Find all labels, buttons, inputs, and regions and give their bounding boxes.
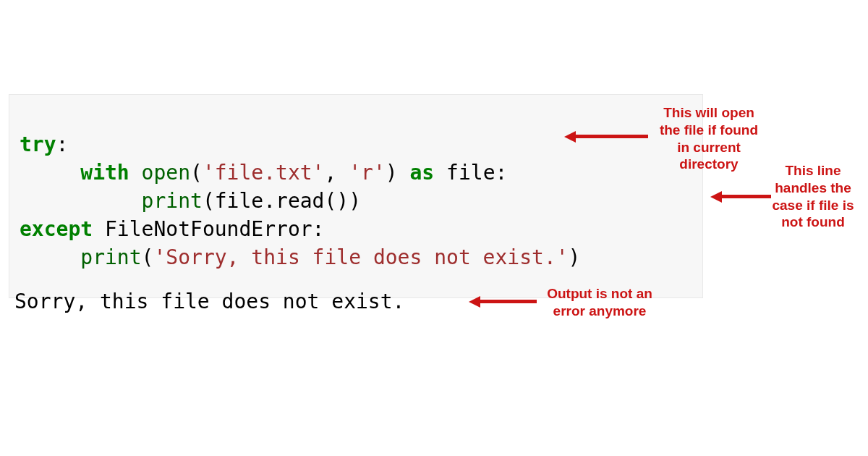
code-line-1: try: (20, 132, 68, 156)
code-line-2: with open('file.txt', 'r') as file: (20, 161, 507, 185)
annotation-open-file: This will open the file if found in curr… (650, 104, 768, 173)
id-filenotfounderror: FileNotFoundError (105, 217, 312, 241)
code-line-4: except FileNotFoundError: (20, 217, 324, 241)
annotation-output: Output is not an error anymore (541, 285, 658, 320)
id-file: file (446, 161, 495, 185)
str-error-message: 'Sorry, this file does not exist.' (153, 245, 568, 269)
kw-with: with (80, 161, 129, 185)
str-filename: 'file.txt' (203, 161, 325, 185)
annotation-except: This line handles the case if file is no… (765, 162, 861, 231)
fn-open: open (142, 161, 190, 185)
fn-print: print (142, 189, 203, 213)
str-mode: 'r' (349, 161, 386, 185)
code-line-3: print(file.read()) (20, 189, 361, 213)
program-output: Sorry, this file does not exist. (14, 290, 404, 313)
kw-try: try (20, 132, 56, 156)
code-block: try: with open('file.txt', 'r') as file:… (9, 94, 703, 298)
fn-print: print (80, 245, 141, 269)
kw-except: except (20, 217, 93, 241)
code-line-5: print('Sorry, this file does not exist.'… (20, 245, 580, 269)
kw-as: as (409, 161, 434, 185)
